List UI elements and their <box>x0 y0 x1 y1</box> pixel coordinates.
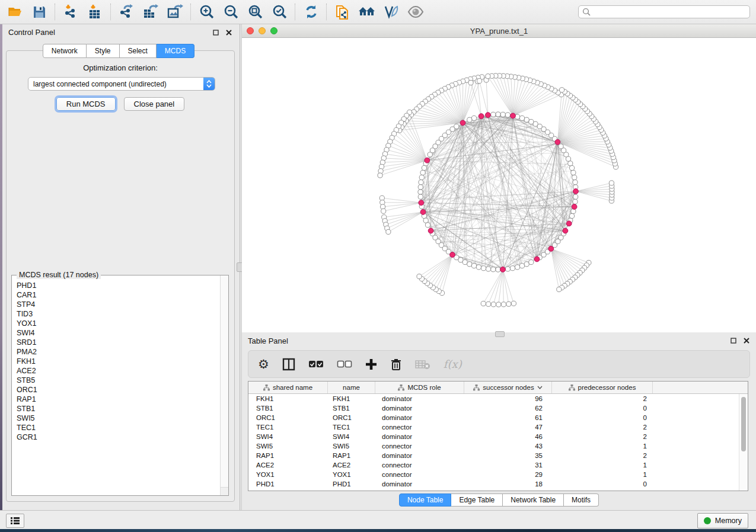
export-image-icon[interactable] <box>167 4 183 20</box>
table-row[interactable]: YOX1YOX1connector291 <box>248 470 748 479</box>
mcds-result-item[interactable]: SWI4 <box>17 328 221 338</box>
table-panel: Table Panel ⚙ <box>242 332 756 510</box>
table-row[interactable]: TEC1TEC1connector472 <box>248 422 748 432</box>
column-header-predecessor-nodes[interactable]: predecessor nodes <box>552 382 653 393</box>
table-row[interactable]: SWI4SWI4dominator462 <box>248 432 748 441</box>
close-table-panel-icon[interactable] <box>742 336 751 345</box>
export-network-icon[interactable] <box>119 4 135 20</box>
table-cell: ORC1 <box>248 414 328 421</box>
network-graph-canvas[interactable] <box>242 38 756 332</box>
column-header-MCDS-role[interactable]: MCDS role <box>375 382 464 393</box>
export-table-icon[interactable] <box>143 4 159 20</box>
float-table-panel-icon[interactable] <box>729 336 738 345</box>
table-cell: 96 <box>464 395 552 402</box>
column-header-shared-name[interactable]: shared name <box>248 382 328 393</box>
table-cell: 2 <box>552 452 653 459</box>
table-row[interactable]: PHD1PHD1dominator180 <box>248 479 748 489</box>
table-scrollbar-thumb[interactable] <box>741 397 746 451</box>
import-network-icon[interactable] <box>63 4 79 20</box>
delete-column-icon[interactable] <box>390 357 402 372</box>
mcds-result-item[interactable]: PMA2 <box>17 347 221 357</box>
show-hide-eye-icon[interactable] <box>407 4 423 20</box>
tab-network-table[interactable]: Network Table <box>503 493 564 507</box>
mcds-result-item[interactable]: GCR1 <box>17 432 221 442</box>
share-document-icon[interactable] <box>334 4 350 20</box>
horizontal-splitter-handle[interactable] <box>495 331 505 337</box>
zoom-selected-icon[interactable] <box>272 4 288 20</box>
node-table: shared namenameMCDS rolesuccessor nodesp… <box>248 381 748 491</box>
column-header-name[interactable]: name <box>328 382 375 393</box>
search-input[interactable] <box>594 7 746 17</box>
mcds-result-item[interactable]: FKH1 <box>17 357 221 366</box>
mcds-result-item[interactable]: PHD1 <box>17 281 221 290</box>
table-cell: 31 <box>464 462 552 469</box>
zoom-out-icon[interactable] <box>223 4 239 20</box>
table-row[interactable]: ACE2ACE2connector311 <box>248 460 748 470</box>
column-label: name <box>343 384 360 391</box>
close-panel-icon[interactable] <box>224 28 234 37</box>
float-panel-icon[interactable] <box>211 28 221 37</box>
table-row[interactable]: SWI5SWI5connector431 <box>248 441 748 451</box>
control-panel-titlebar: Control Panel <box>2 24 240 40</box>
table-scrollbar[interactable] <box>739 394 748 491</box>
table-row[interactable]: FKH1FKH1dominator962 <box>248 394 748 403</box>
mcds-result-item[interactable]: ORC1 <box>17 385 221 395</box>
mcds-result-item[interactable]: TID3 <box>17 309 221 319</box>
table-row[interactable]: STB1STB1dominator620 <box>248 403 748 413</box>
list-icon <box>10 517 20 525</box>
table-settings-icon[interactable]: ⚙ <box>258 357 269 372</box>
task-history-button[interactable] <box>6 514 24 528</box>
import-table-icon[interactable] <box>87 4 103 20</box>
mcds-result-item[interactable]: RAP1 <box>17 395 221 404</box>
table-row[interactable]: ORC1ORC1dominator610 <box>248 413 748 422</box>
optimization-criterion-label: Optimization criterion: <box>7 63 234 72</box>
select-stepper-icon <box>203 78 215 90</box>
search-box[interactable] <box>578 5 750 18</box>
tab-mcds[interactable]: MCDS <box>157 44 194 58</box>
show-column-panel-icon[interactable] <box>282 357 295 372</box>
main-toolbar <box>0 0 756 24</box>
tab-node-table[interactable]: Node Table <box>399 493 452 507</box>
open-session-icon[interactable] <box>7 4 23 20</box>
memory-button[interactable]: Memory <box>697 513 748 528</box>
tab-style[interactable]: Style <box>87 44 120 58</box>
table-cell: 62 <box>464 405 552 412</box>
zoom-fit-icon[interactable] <box>247 4 263 20</box>
mcds-result-item[interactable]: CAR1 <box>17 290 221 300</box>
run-mcds-button[interactable]: Run MCDS <box>56 97 116 111</box>
network-window-titlebar[interactable]: YPA_prune.txt_1 <box>242 24 756 38</box>
unselect-all-columns-icon[interactable] <box>337 357 352 372</box>
mcds-result-item[interactable]: STP4 <box>17 300 221 309</box>
network-overview-icon[interactable] <box>359 4 375 20</box>
zoom-in-icon[interactable] <box>199 4 215 20</box>
search-icon <box>582 8 591 16</box>
mcds-result-scrollbar[interactable] <box>220 275 228 488</box>
tab-edge-table[interactable]: Edge Table <box>451 493 503 507</box>
table-row[interactable]: RAP1RAP1dominator352 <box>248 451 748 460</box>
mcds-result-list[interactable]: PHD1CAR1STP4TID3YOX1SWI4SRD1PMA2FKH1ACE2… <box>12 277 221 495</box>
tab-select[interactable]: Select <box>120 44 157 58</box>
table-cell: RAP1 <box>248 452 328 459</box>
mcds-result-item[interactable]: SRD1 <box>17 338 221 347</box>
save-session-icon[interactable] <box>31 4 47 20</box>
scrollbar-corner <box>220 487 228 495</box>
add-column-icon[interactable] <box>365 357 377 372</box>
select-all-columns-icon[interactable] <box>308 357 324 372</box>
close-panel-button[interactable]: Close panel <box>124 97 185 111</box>
graphics-details-icon[interactable] <box>383 4 399 20</box>
table-cell: 43 <box>464 443 552 450</box>
tab-motifs[interactable]: Motifs <box>564 493 599 507</box>
criterion-select[interactable]: largest connected component (undirected) <box>28 77 215 91</box>
table-cell: 29 <box>464 471 552 478</box>
column-header-successor-nodes[interactable]: successor nodes <box>464 382 552 393</box>
mcds-result-item[interactable]: STB1 <box>17 404 221 414</box>
delete-table-icon[interactable] <box>415 357 430 372</box>
mcds-result-item[interactable]: YOX1 <box>17 319 221 328</box>
tab-network[interactable]: Network <box>43 44 87 58</box>
mcds-result-item[interactable]: TEC1 <box>17 423 221 432</box>
network-view-window: YPA_prune.txt_1 <box>242 24 756 332</box>
refresh-icon[interactable] <box>303 4 319 20</box>
mcds-result-item[interactable]: ACE2 <box>17 366 221 376</box>
mcds-result-item[interactable]: STB5 <box>17 376 221 385</box>
mcds-result-item[interactable]: SWI5 <box>17 414 221 423</box>
